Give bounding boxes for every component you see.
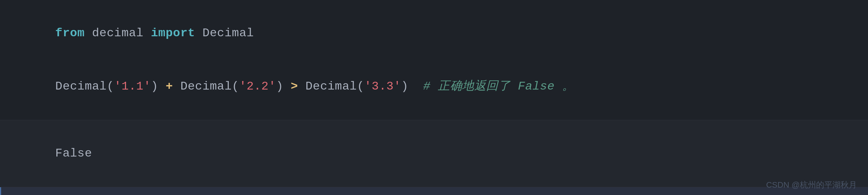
op-plus-1: +	[166, 80, 173, 93]
paren-close-3: )	[401, 80, 423, 93]
output-line-1: False	[11, 127, 857, 180]
code-block-1: from decimal import Decimal Decimal('1.1…	[0, 0, 868, 120]
op-gt: >	[291, 80, 298, 93]
keyword-import: import	[151, 26, 195, 40]
code-container: from decimal import Decimal Decimal('1.1…	[0, 0, 868, 195]
fn-decimal-2: Decimal(	[173, 80, 240, 93]
paren-close-2: )	[276, 80, 291, 93]
fn-decimal-1: Decimal(	[55, 80, 114, 93]
code-line-1-2: Decimal('1.1') + Decimal('2.2') > Decima…	[11, 60, 857, 113]
str-1-2: '2.2'	[239, 80, 276, 93]
paren-close-1: )	[151, 80, 166, 93]
str-1-3: '3.3'	[364, 80, 401, 93]
code-line-1-1: from decimal import Decimal	[11, 7, 857, 60]
output-block-1: False	[0, 120, 868, 187]
code-block-2: Decimal('1.1') + Decimal('2.2') # 用 Deci…	[0, 187, 868, 195]
text-decimal-class: Decimal	[195, 26, 254, 40]
keyword-from: from	[55, 26, 85, 40]
str-1-1: '1.1'	[114, 80, 151, 93]
fn-decimal-3: Decimal(	[298, 80, 364, 93]
text-decimal-module: decimal	[85, 26, 151, 40]
watermark: CSDN @杭州的平湖秋月	[766, 179, 857, 191]
comment-1: # 正确地返回了 False 。	[423, 80, 574, 93]
output-false: False	[55, 147, 92, 160]
